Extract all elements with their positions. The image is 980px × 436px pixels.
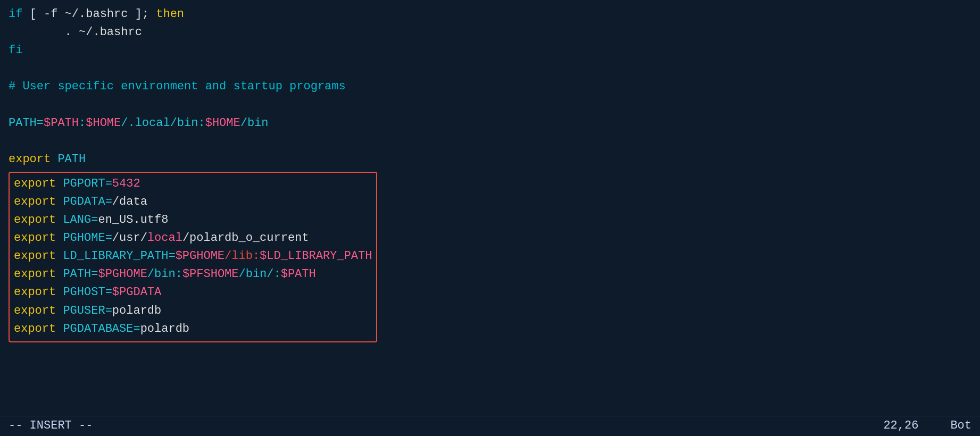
keyword-if: if — [9, 5, 22, 23]
code-line-blank3 — [9, 132, 971, 150]
scroll-position: Bot — [950, 417, 971, 435]
hl-line-8: export PGUSER=polardb — [14, 302, 372, 320]
hl-line-2: export PGDATA=/data — [14, 193, 372, 211]
code-line-path: PATH=$PATH:$HOME/.local/bin:$HOME/bin — [9, 114, 971, 132]
hl-line-9: export PGDATABASE=polardb — [14, 320, 372, 338]
code-line-comment: # User specific environment and startup … — [9, 78, 971, 96]
statusbar-info: 22,26 Bot — [883, 417, 971, 435]
keyword-then: then — [156, 5, 184, 23]
hl-line-6: export PATH=$PGHOME/bin:$PFSHOME/bin/:$P… — [14, 265, 372, 283]
hl-line-4: export PGHOME=/usr/local/polardb_o_curre… — [14, 229, 372, 247]
code-line-3: fi — [9, 41, 971, 60]
hl-line-3: export LANG=en_US.utf8 — [14, 211, 372, 229]
statusbar-mode: -- INSERT -- — [9, 417, 883, 435]
cursor-position: 22,26 — [883, 417, 918, 435]
code-line-2: . ~/.bashrc — [9, 23, 971, 41]
hl-line-1: export PGPORT=5432 — [14, 175, 372, 193]
hl-line-5: export LD_LIBRARY_PATH=$PGHOME/lib:$LD_L… — [14, 247, 372, 265]
code-line-1: if [ -f ~/.bashrc ]; then — [9, 5, 971, 23]
code-line-blank2 — [9, 96, 971, 114]
statusbar: -- INSERT -- 22,26 Bot — [0, 416, 980, 436]
hl-line-7: export PGHOST=$PGDATA — [14, 283, 372, 301]
code-line-blank1 — [9, 60, 971, 78]
code-line-export-path: export PATH — [9, 150, 971, 169]
editor-area[interactable]: if [ -f ~/.bashrc ]; then . ~/.bashrc fi… — [0, 0, 980, 415]
highlight-box: export PGPORT=5432 export PGDATA=/data e… — [9, 172, 377, 342]
keyword-fi: fi — [9, 41, 22, 60]
